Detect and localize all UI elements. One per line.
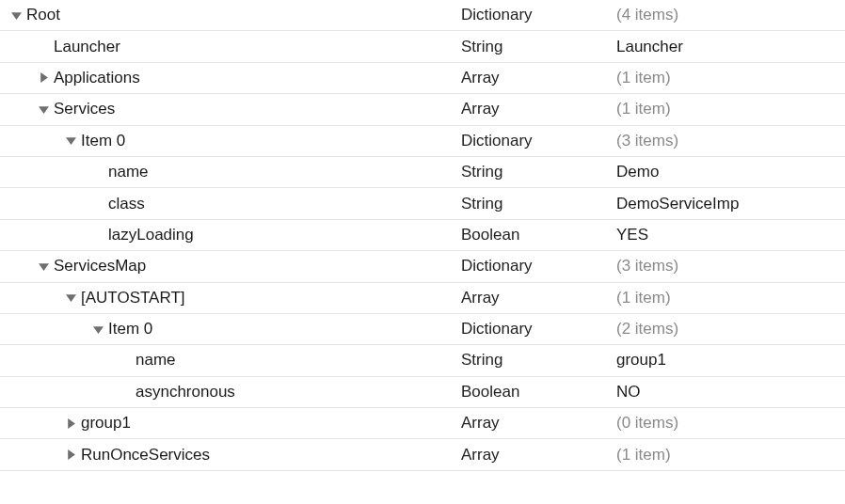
value-cell: group1 bbox=[616, 351, 845, 370]
svg-marker-4 bbox=[39, 263, 49, 271]
value-cell: DemoServiceImp bbox=[616, 195, 845, 213]
plist-row[interactable]: Item 0Dictionary(3 items) bbox=[0, 126, 845, 157]
plist-row[interactable]: ApplicationsArray(1 item) bbox=[0, 63, 845, 94]
plist-row[interactable]: ServicesArray(1 item) bbox=[0, 94, 845, 125]
item-count: (2 items) bbox=[616, 320, 845, 339]
plist-row[interactable]: RootDictionary(4 items) bbox=[0, 0, 845, 31]
item-count: (1 item) bbox=[616, 100, 845, 118]
key-cell: Launcher bbox=[0, 38, 461, 56]
key-cell: asynchronous bbox=[0, 383, 461, 402]
type-cell: Dictionary bbox=[461, 320, 616, 339]
key-label: asynchronous bbox=[136, 383, 235, 402]
svg-marker-8 bbox=[68, 449, 75, 460]
key-label: Item 0 bbox=[108, 320, 152, 339]
key-cell: RunOnceServices bbox=[0, 446, 461, 465]
type-cell: Array bbox=[461, 414, 616, 433]
svg-marker-2 bbox=[39, 106, 49, 114]
item-count: (1 item) bbox=[616, 69, 845, 87]
plist-row[interactable]: ServicesMapDictionary(3 items) bbox=[0, 251, 845, 282]
type-cell: String bbox=[461, 163, 616, 181]
plist-row[interactable]: lazyLoadingBooleanYES bbox=[0, 220, 845, 251]
item-count: (1 item) bbox=[616, 289, 845, 307]
disclosure-down-icon[interactable] bbox=[91, 323, 104, 336]
disclosure-down-icon[interactable] bbox=[37, 102, 50, 116]
key-label: lazyLoading bbox=[108, 226, 194, 244]
key-label: Item 0 bbox=[81, 132, 125, 150]
item-count: (4 items) bbox=[616, 6, 845, 24]
plist-row[interactable]: nameStringgroup1 bbox=[0, 345, 845, 376]
key-label: Root bbox=[26, 6, 60, 24]
disclosure-down-icon[interactable] bbox=[37, 260, 50, 273]
plist-row[interactable]: classStringDemoServiceImp bbox=[0, 188, 845, 219]
key-cell: Services bbox=[0, 100, 461, 118]
svg-marker-5 bbox=[66, 294, 76, 302]
item-count: (3 items) bbox=[616, 257, 845, 276]
plist-row[interactable]: asynchronousBooleanNO bbox=[0, 377, 845, 408]
svg-marker-0 bbox=[11, 12, 22, 20]
type-cell: String bbox=[461, 351, 616, 370]
disclosure-right-icon[interactable] bbox=[37, 71, 50, 85]
key-cell: Item 0 bbox=[0, 132, 461, 150]
disclosure-right-icon[interactable] bbox=[64, 417, 77, 430]
key-cell: name bbox=[0, 163, 461, 181]
plist-row[interactable]: Item 0Dictionary(2 items) bbox=[0, 314, 845, 345]
key-label: [AUTOSTART] bbox=[81, 289, 185, 307]
value-cell: NO bbox=[616, 383, 845, 402]
type-cell: Array bbox=[461, 289, 616, 307]
item-count: (0 items) bbox=[616, 414, 845, 433]
type-cell: String bbox=[461, 195, 616, 213]
disclosure-down-icon[interactable] bbox=[64, 291, 77, 305]
type-cell: Array bbox=[461, 100, 616, 118]
key-label: Applications bbox=[54, 69, 140, 87]
disclosure-down-icon[interactable] bbox=[64, 134, 77, 148]
plist-tree: RootDictionary(4 items)LauncherStringLau… bbox=[0, 0, 845, 471]
key-label: Launcher bbox=[54, 38, 120, 56]
type-cell: String bbox=[461, 38, 616, 56]
key-label: RunOnceServices bbox=[81, 446, 210, 465]
plist-row[interactable]: RunOnceServicesArray(1 item) bbox=[0, 439, 845, 470]
key-cell: ServicesMap bbox=[0, 257, 461, 276]
key-cell: Item 0 bbox=[0, 320, 461, 339]
svg-marker-6 bbox=[93, 326, 104, 334]
svg-marker-1 bbox=[40, 72, 48, 83]
key-cell: name bbox=[0, 351, 461, 370]
key-label: name bbox=[136, 351, 176, 370]
type-cell: Boolean bbox=[461, 226, 616, 244]
svg-marker-3 bbox=[66, 137, 76, 145]
type-cell: Array bbox=[461, 69, 616, 87]
plist-row[interactable]: group1Array(0 items) bbox=[0, 408, 845, 439]
plist-row[interactable]: LauncherStringLauncher bbox=[0, 31, 845, 62]
value-cell: YES bbox=[616, 226, 845, 244]
key-cell: lazyLoading bbox=[0, 226, 461, 244]
type-cell: Dictionary bbox=[461, 257, 616, 276]
value-cell: Launcher bbox=[616, 38, 845, 56]
type-cell: Boolean bbox=[461, 383, 616, 402]
disclosure-down-icon[interactable] bbox=[9, 8, 23, 22]
item-count: (3 items) bbox=[616, 132, 845, 150]
key-cell: [AUTOSTART] bbox=[0, 289, 461, 307]
plist-row[interactable]: [AUTOSTART]Array(1 item) bbox=[0, 283, 845, 314]
key-cell: Applications bbox=[0, 69, 461, 87]
key-label: ServicesMap bbox=[54, 257, 146, 276]
svg-marker-7 bbox=[68, 418, 75, 429]
type-cell: Dictionary bbox=[461, 132, 616, 150]
key-label: name bbox=[108, 163, 149, 181]
type-cell: Dictionary bbox=[461, 6, 616, 24]
plist-row[interactable]: nameStringDemo bbox=[0, 157, 845, 188]
key-label: group1 bbox=[81, 414, 131, 433]
value-cell: Demo bbox=[616, 163, 845, 181]
key-cell: class bbox=[0, 195, 461, 213]
type-cell: Array bbox=[461, 446, 616, 465]
disclosure-right-icon[interactable] bbox=[64, 449, 77, 462]
item-count: (1 item) bbox=[616, 446, 845, 465]
key-cell: group1 bbox=[0, 414, 461, 433]
key-label: class bbox=[108, 195, 145, 213]
key-label: Services bbox=[54, 100, 115, 118]
key-cell: Root bbox=[0, 6, 461, 24]
